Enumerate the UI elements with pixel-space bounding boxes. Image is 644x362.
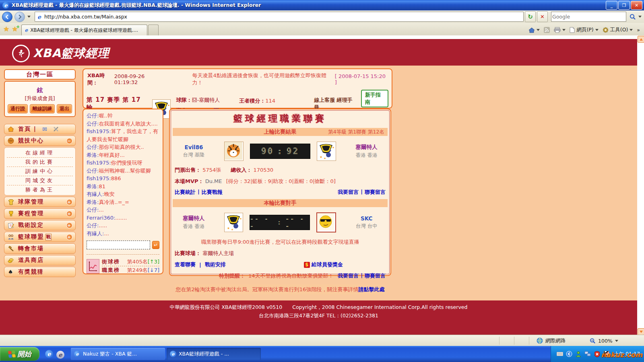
zoom-level: 100% xyxy=(598,338,613,344)
leave-message-link[interactable]: 我要留言 xyxy=(338,189,359,196)
messenger-tray-icon[interactable] xyxy=(575,351,582,357)
refresh-button[interactable]: ↻ xyxy=(525,11,536,22)
scroll-down-button[interactable] xyxy=(638,328,644,335)
maximize-button[interactable]: ❐ xyxy=(618,1,630,10)
expand-icon[interactable]: + xyxy=(66,234,72,240)
chat-input[interactable] xyxy=(87,241,150,249)
leave-message-link2[interactable]: 我要留言 xyxy=(338,272,359,280)
close-button[interactable]: ✕ xyxy=(631,1,642,10)
ie-quicklaunch-icon[interactable]: e xyxy=(45,350,53,358)
sidebar-item-city-friends[interactable]: 同城交友 xyxy=(7,176,73,185)
windows-flag-icon xyxy=(8,350,16,358)
venue-label: 比賽球場： xyxy=(175,250,201,256)
view-league-link[interactable]: 查看聯賽 xyxy=(175,261,196,268)
sidebar-item-training-center[interactable]: 訓練中心 xyxy=(7,167,73,176)
keyboard-tray-icon[interactable] xyxy=(557,351,563,357)
sidebar-item-transfer[interactable]: 轉會市場 xyxy=(4,243,76,254)
toolbar-overflow-chevron[interactable]: » xyxy=(637,27,640,33)
system-tray: 上午 01:17 nakuz.com xyxy=(551,346,644,362)
upgrade-link[interactable]: [升級成會員] xyxy=(5,95,75,102)
svg-text:★: ★ xyxy=(324,157,326,160)
page-menu[interactable]: 網頁(P) xyxy=(570,27,598,33)
chat-send-button[interactable]: ↵ xyxy=(152,241,159,249)
next-home-team-name[interactable]: 塞爾特人 xyxy=(170,215,218,222)
feeds-button[interactable] xyxy=(544,27,550,33)
page-scrollbar[interactable] xyxy=(637,35,644,335)
passport-button[interactable]: 通行證 xyxy=(8,104,28,113)
desktop-quicklaunch-icon[interactable]: e xyxy=(56,351,64,359)
settings-tools-icon[interactable] xyxy=(52,126,60,132)
address-bar: e ↻ ✕ xyxy=(0,10,644,23)
home-team-name[interactable]: Evil86 xyxy=(170,144,218,150)
zoom-control[interactable]: 100% xyxy=(590,338,618,344)
logo-player-icon xyxy=(12,45,30,62)
away-team-name[interactable]: 塞爾特人 xyxy=(343,144,390,151)
task-button-nakuz[interactable]: e Nakuz 樂古 - XBA 籃... xyxy=(71,348,165,360)
match-report-link[interactable]: 比賽戰報 xyxy=(202,189,223,196)
spade-icon: ♠ xyxy=(7,269,15,275)
url-input[interactable] xyxy=(43,13,523,20)
mail-icon[interactable]: ✉ xyxy=(42,126,48,132)
sidebar-item-schedule[interactable]: 賽程管理 + xyxy=(4,208,76,219)
sidebar-item-arena[interactable]: 競技中心 − xyxy=(4,136,76,146)
zoom-caret[interactable] xyxy=(615,340,618,342)
search-input[interactable] xyxy=(551,13,626,20)
forward-button[interactable] xyxy=(14,12,25,22)
sidebar-item-winner-king[interactable]: 勝者為王 xyxy=(7,185,73,194)
tactics-arrange-link[interactable]: 戰術安排 xyxy=(205,261,226,268)
home-caret[interactable] xyxy=(537,29,540,31)
sidebar-item-online-manager[interactable]: 在線經理 xyxy=(7,148,73,158)
back-button[interactable] xyxy=(2,12,12,22)
home-button[interactable] xyxy=(528,27,540,33)
sidebar-item-shop[interactable]: 道具商店 xyxy=(4,255,76,265)
security-shield-tray-icon[interactable] xyxy=(594,351,600,357)
history-dropdown-caret[interactable] xyxy=(27,16,31,18)
league-message-link[interactable]: 聯賽留言 xyxy=(365,189,386,196)
new-tab-stub[interactable] xyxy=(148,25,159,35)
basketball-icon xyxy=(7,138,15,144)
print-button[interactable] xyxy=(554,27,566,33)
favorites-star-icon[interactable]: ★ xyxy=(3,25,9,33)
cup-detail-link[interactable]: 請點擊此處 xyxy=(358,286,384,293)
tools-menu[interactable]: 工具(O) xyxy=(603,27,633,33)
collapse-icon[interactable]: − xyxy=(66,138,72,144)
print-caret[interactable] xyxy=(562,29,566,31)
gavel-icon xyxy=(7,246,15,252)
expand-icon[interactable]: + xyxy=(66,211,72,217)
expand-icon[interactable]: + xyxy=(66,222,72,228)
task-button-xba[interactable]: e XBA籃球經理遊戲 - ... xyxy=(167,348,261,360)
hide-icons-chevron[interactable] xyxy=(566,351,572,357)
network-tray-icon[interactable] xyxy=(584,351,591,357)
sidebar-item-my-matches[interactable]: 我的比賽 xyxy=(7,158,73,167)
page-menu-caret xyxy=(595,29,599,31)
nakuz-watermark: nakuz.com xyxy=(601,351,642,359)
sidebar-item-quiz[interactable]: ♠ 有獎競猜 xyxy=(4,267,76,277)
add-favorite-icon[interactable]: ★ xyxy=(12,25,18,33)
search-icon[interactable] xyxy=(630,14,636,20)
tab-active[interactable]: e XBA籃球經理遊戲 - 最火爆的在線籃球經理遊戲.... xyxy=(21,25,147,35)
stop-button[interactable]: ✕ xyxy=(537,11,548,22)
away-score: 92 xyxy=(287,146,299,156)
offline-training-button[interactable]: 離線訓練 xyxy=(30,104,55,113)
search-options-caret[interactable] xyxy=(638,16,642,18)
pro-rank-row[interactable]: 職業榜 第249名[↓7] xyxy=(102,266,159,274)
league-message-link2[interactable]: 聯賽留言 xyxy=(365,272,386,280)
expand-icon[interactable]: + xyxy=(66,199,72,205)
player-bonus-link[interactable]: 給球員發獎金 xyxy=(312,261,343,268)
mvp-name[interactable]: Du.ME xyxy=(205,178,222,184)
start-button[interactable]: 開始 xyxy=(0,347,39,361)
sidebar-item-tactics[interactable]: 戰術設定 + xyxy=(4,220,76,230)
sidebar-item-team[interactable]: 球隊管理 + xyxy=(4,197,76,207)
newbie-guide-button[interactable]: 新手指南 xyxy=(361,90,388,107)
next-away-team-name[interactable]: SKC xyxy=(343,215,390,222)
info-panel: XBA時間： 2008-09-26 01:19:32 每天凌晨4點維護過後會恢復… xyxy=(83,68,392,109)
match-stats-link[interactable]: 比賽統計 xyxy=(175,189,196,196)
quiz-label: 有獎競猜 xyxy=(18,268,44,276)
minimize-button[interactable]: _ xyxy=(606,1,617,10)
sidebar-item-league[interactable]: 籃球聯盟 戰 + xyxy=(4,232,76,242)
online-service-link[interactable]: 線上客服 xyxy=(314,97,335,103)
logout-button[interactable]: 退出 xyxy=(57,104,72,113)
scroll-up-button[interactable] xyxy=(638,36,644,43)
sidebar-item-home[interactable]: 首頁 | ✉ xyxy=(4,124,76,134)
street-rank-row[interactable]: 街球榜 第405名[↑3] xyxy=(102,258,159,266)
